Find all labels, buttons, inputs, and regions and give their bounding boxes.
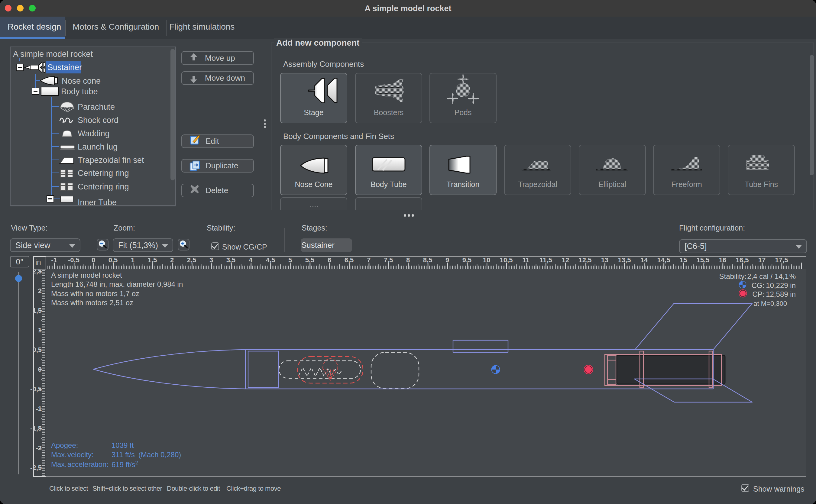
svg-text:15,5: 15,5 <box>697 256 710 264</box>
svg-text:-0,5: -0,5 <box>68 256 79 264</box>
svg-text:8,5: 8,5 <box>423 256 432 264</box>
svg-text:16,5: 16,5 <box>736 256 749 264</box>
svg-text:6,5: 6,5 <box>345 256 354 264</box>
svg-text:10: 10 <box>483 256 490 264</box>
svg-text:0,5: 0,5 <box>108 256 118 264</box>
svg-text:7: 7 <box>367 256 371 264</box>
svg-text:14: 14 <box>640 256 648 264</box>
svg-text:in: in <box>35 258 41 266</box>
svg-text:6: 6 <box>328 256 331 264</box>
svg-text:14,5: 14,5 <box>657 256 670 264</box>
svg-text:8: 8 <box>406 256 410 264</box>
svg-text:3,5: 3,5 <box>226 256 236 264</box>
svg-text:-1: -1 <box>51 256 57 264</box>
svg-text:13: 13 <box>601 256 608 264</box>
svg-text:9,5: 9,5 <box>462 256 472 264</box>
svg-text:15: 15 <box>680 256 687 264</box>
svg-text:4,5: 4,5 <box>266 256 275 264</box>
svg-text:3: 3 <box>209 256 213 264</box>
svg-text:13,5: 13,5 <box>618 256 631 264</box>
svg-text:1,5: 1,5 <box>148 256 157 264</box>
svg-text:16: 16 <box>719 256 726 264</box>
svg-text:10,5: 10,5 <box>500 256 513 264</box>
svg-text:9: 9 <box>445 256 449 264</box>
svg-text:2,5: 2,5 <box>187 256 196 264</box>
svg-text:17,5: 17,5 <box>775 256 788 264</box>
svg-text:11,5: 11,5 <box>539 256 552 264</box>
svg-text:17: 17 <box>758 256 766 264</box>
svg-text:5: 5 <box>288 256 292 264</box>
svg-text:12,5: 12,5 <box>579 256 592 264</box>
svg-text:12: 12 <box>562 256 569 264</box>
svg-text:2: 2 <box>170 256 174 264</box>
svg-text:11: 11 <box>522 256 529 264</box>
svg-text:7,5: 7,5 <box>384 256 393 264</box>
svg-text:1: 1 <box>131 256 134 264</box>
svg-text:0: 0 <box>92 256 95 264</box>
svg-text:5,5: 5,5 <box>305 256 315 264</box>
svg-text:4: 4 <box>249 256 253 264</box>
